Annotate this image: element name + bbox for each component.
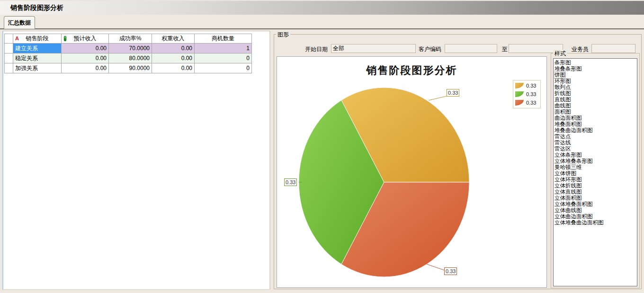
weighted-income-cell[interactable]: 0.00 xyxy=(152,63,195,73)
style-option[interactable]: 立体条形图 xyxy=(555,152,637,158)
column-header-weighted-income[interactable]: 权重收入 xyxy=(152,34,195,44)
expected-income-cell[interactable]: 0.00 xyxy=(62,44,109,53)
legend-value: 0.33 xyxy=(526,83,536,89)
opportunity-count-cell[interactable]: 1 xyxy=(195,44,252,53)
style-option[interactable]: 堆叠曲边面积图 xyxy=(555,127,637,133)
success-rate-cell[interactable]: 90.0000 xyxy=(109,63,152,73)
window-title-bar: 销售阶段图形分析 xyxy=(0,0,644,15)
chart-legend: 0.330.330.33 xyxy=(513,80,541,108)
stage-cell[interactable]: 建立关系 xyxy=(13,44,62,53)
style-option[interactable]: 折线图 xyxy=(555,90,637,97)
column-header-stage[interactable]: A 销售阶段 xyxy=(13,34,62,44)
sort-a-icon: A xyxy=(15,36,19,42)
window-title: 销售阶段图形分析 xyxy=(10,4,63,12)
style-option[interactable]: 立体曲线图 xyxy=(555,207,637,213)
success-rate-cell[interactable]: 80.0000 xyxy=(109,53,152,63)
row-indicator-cell[interactable] xyxy=(5,63,13,73)
legend-swatch xyxy=(515,100,524,106)
legend-value: 0.33 xyxy=(526,100,536,106)
row-indicator-header xyxy=(5,34,13,44)
expected-income-cell[interactable]: 0.00 xyxy=(62,63,109,73)
style-option[interactable]: 立体堆叠面积图 xyxy=(555,201,637,207)
style-option[interactable]: 立体堆叠条形图 xyxy=(555,158,637,164)
style-option[interactable]: 立体面积图 xyxy=(555,195,637,201)
table-row: 稳定关系0.0080.00000.000 xyxy=(5,53,252,63)
legend-entry: 0.33 xyxy=(515,81,540,90)
row-indicator-cell[interactable] xyxy=(5,44,13,53)
style-option[interactable]: 立体堆叠曲边面积图 xyxy=(555,220,637,226)
opportunity-count-cell[interactable]: 0 xyxy=(195,53,252,63)
legend-swatch xyxy=(515,83,524,89)
pie-chart-area: 销售阶段图形分析 0.330.330.33 0.330.330.33 xyxy=(277,56,547,288)
style-option[interactable]: 雷达区 xyxy=(555,146,637,152)
style-option[interactable]: 立体环形图 xyxy=(555,177,637,183)
pie-chart-svg xyxy=(277,57,547,288)
style-option[interactable]: 面积图 xyxy=(555,109,637,115)
style-option[interactable]: 立体曲边面积图 xyxy=(555,213,637,220)
table-header-row: A 销售阶段 预计收入 成功率% 权重收入 商机数量 xyxy=(5,34,252,44)
pie-value-label: 0.33 xyxy=(447,89,459,97)
summary-table-panel: A 销售阶段 预计收入 成功率% 权重收入 商机数量 建立关系0.0070.00… xyxy=(2,31,270,290)
style-option[interactable]: 直线图 xyxy=(555,97,637,103)
salesman-label: 业务员 xyxy=(572,45,589,53)
legend-value: 0.33 xyxy=(526,91,536,97)
style-groupbox: 样式 条形图堆叠条形图饼图环形图散列点折线图直线图曲线图面积图曲边面积图堆叠面积… xyxy=(551,53,640,288)
weighted-income-cell[interactable]: 0.00 xyxy=(152,44,195,53)
customer-code-from-input[interactable] xyxy=(445,44,497,53)
row-indicator-cell[interactable] xyxy=(5,53,13,63)
start-date-label: 开始日期 xyxy=(305,45,328,53)
salesman-input[interactable] xyxy=(591,44,635,53)
success-rate-cell[interactable]: 70.0000 xyxy=(109,44,152,53)
opportunity-count-cell[interactable]: 0 xyxy=(195,63,252,73)
style-option[interactable]: 曲线图 xyxy=(555,103,637,109)
sales-stage-table: A 销售阶段 预计收入 成功率% 权重收入 商机数量 建立关系0.0070.00… xyxy=(4,34,252,73)
legend-entry: 0.33 xyxy=(515,90,540,98)
label-leader-line xyxy=(429,96,447,100)
start-date-input[interactable] xyxy=(331,44,416,53)
customer-code-label: 客户编码 xyxy=(419,45,441,53)
label-leader-line xyxy=(427,264,445,270)
style-groupbox-label: 样式 xyxy=(553,50,567,58)
tab-label: 汇总数据 xyxy=(8,19,31,26)
style-option[interactable]: 堆叠条形图 xyxy=(555,66,637,72)
chart-style-list: 条形图堆叠条形图饼图环形图散列点折线图直线图曲线图面积图曲边面积图堆叠面积图堆叠… xyxy=(553,58,637,286)
column-header-expected-income[interactable]: 预计收入 xyxy=(62,34,109,44)
style-option[interactable]: 曲边面积图 xyxy=(555,115,637,121)
tab-strip: 汇总数据 xyxy=(0,15,644,29)
filter-indicator-icon xyxy=(64,36,66,41)
style-option[interactable]: 堆叠面积图 xyxy=(555,121,637,127)
table-row: 加强关系0.0090.00000.000 xyxy=(5,63,252,73)
column-header-success-rate[interactable]: 成功率% xyxy=(109,34,152,44)
to-label: 至 xyxy=(502,45,508,53)
stage-cell[interactable]: 稳定关系 xyxy=(13,53,62,63)
graph-groupbox: 图形 开始日期 客户编码 至 业务员 销售阶段图形分析 0.330.330.33… xyxy=(274,34,642,289)
style-option[interactable]: 雷达线 xyxy=(555,140,637,146)
pie-value-label: 0.33 xyxy=(284,178,297,186)
style-option[interactable]: 立体折线图 xyxy=(555,183,637,189)
style-option[interactable]: 立体饼图 xyxy=(555,170,637,177)
chart-title: 销售阶段图形分析 xyxy=(277,63,546,78)
style-option[interactable]: 雷达点 xyxy=(555,133,637,140)
style-option[interactable]: 曼哈顿三维 xyxy=(555,164,637,170)
weighted-income-cell[interactable]: 0.00 xyxy=(152,53,195,63)
legend-entry: 0.33 xyxy=(515,98,540,107)
pie-value-label: 0.33 xyxy=(444,267,457,275)
style-option[interactable]: 饼图 xyxy=(555,72,637,78)
table-row: 建立关系0.0070.00000.001 xyxy=(5,44,252,53)
expected-income-cell[interactable]: 0.00 xyxy=(62,53,109,63)
style-option[interactable]: 散列点 xyxy=(555,84,637,90)
column-header-opportunity-count[interactable]: 商机数量 xyxy=(195,34,252,44)
style-option[interactable]: 立体直线图 xyxy=(555,189,637,195)
style-option[interactable]: 环形图 xyxy=(555,78,637,84)
style-option[interactable]: 条形图 xyxy=(555,60,637,66)
graph-groupbox-label: 图形 xyxy=(276,31,290,39)
legend-swatch xyxy=(515,91,524,97)
stage-cell[interactable]: 加强关系 xyxy=(13,63,62,73)
tab-summary-data[interactable]: 汇总数据 xyxy=(4,16,35,29)
